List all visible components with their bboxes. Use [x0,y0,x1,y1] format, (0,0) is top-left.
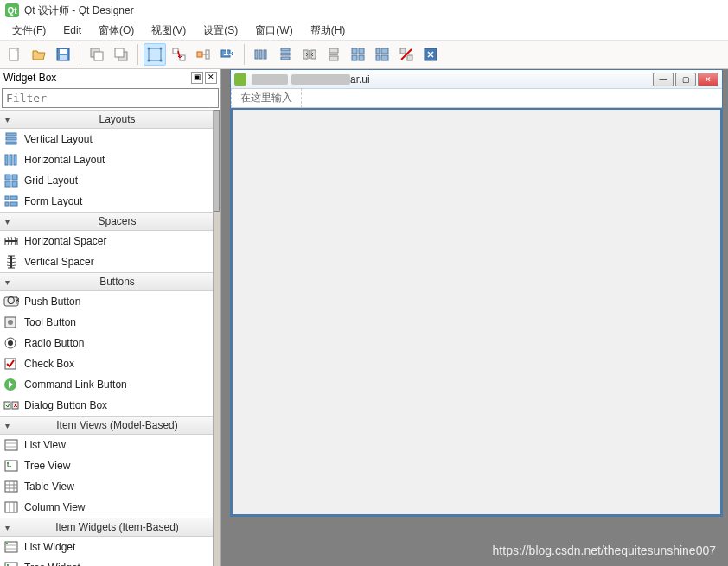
widget-item-grid-layout[interactable]: Grid Layout [0,170,220,191]
form-canvas[interactable] [231,108,722,516]
menu-placeholder[interactable]: 在这里输入 [231,88,302,108]
radiobutton-icon [3,335,19,351]
widget-item-table-view[interactable]: Table View [0,476,220,497]
svg-rect-25 [303,50,308,59]
new-file-button[interactable] [3,43,26,66]
category-item-views-model-based-[interactable]: ▾Item Views (Model-Based) [0,416,220,435]
menu-edit[interactable]: Edit [54,22,90,38]
widget-item-vertical-layout[interactable]: Vertical Layout [0,129,220,149]
svg-point-72 [10,466,11,467]
svg-rect-65 [4,402,10,409]
horizontal-layout-button[interactable] [250,43,272,66]
gridlayout-icon [3,173,19,188]
menu-view[interactable]: 视图(V) [143,22,195,40]
svg-rect-23 [281,53,290,55]
svg-rect-52 [12,181,17,187]
widget-item-form-layout[interactable]: Form Layout [0,191,220,212]
form-window[interactable]: ar.ui — ▢ ✕ 在这里输入 [230,69,723,517]
widget-item-list-view[interactable]: List View [0,435,220,455]
svg-rect-51 [5,181,10,187]
scrollbar-track[interactable] [213,110,220,566]
svg-rect-24 [281,57,290,60]
widget-item-vertical-spacer[interactable]: Vertical Spacer [0,251,220,272]
svg-rect-14 [180,55,185,60]
vertical-layout-button[interactable] [274,43,297,66]
widget-item-label: Tool Button [24,316,76,328]
menu-help[interactable]: 帮助(H) [302,22,354,40]
svg-rect-19 [255,50,258,59]
menu-file[interactable]: 文件(F) [3,22,54,40]
svg-rect-21 [264,50,266,59]
category-spacers[interactable]: ▾Spacers [0,212,220,231]
send-back-button[interactable] [86,43,108,66]
horizontal-splitter-button[interactable] [298,43,321,66]
svg-rect-22 [281,48,290,51]
svg-rect-32 [359,48,364,54]
widget-item-column-view[interactable]: Column View [0,497,220,518]
widget-item-horizontal-spacer[interactable]: Horizontal Spacer [0,231,220,251]
category-buttons[interactable]: ▾Buttons [0,272,220,291]
adjust-size-button[interactable] [419,43,442,66]
svg-rect-3 [60,55,67,60]
widget-item-radio-button[interactable]: Radio Button [0,333,220,353]
vlayout-icon [3,131,19,147]
svg-rect-38 [381,55,388,60]
commandlink-icon [3,377,19,392]
form-titlebar[interactable]: ar.ui — ▢ ✕ [231,70,722,89]
menu-window[interactable]: 窗口(W) [246,22,301,40]
svg-rect-45 [6,142,16,144]
minimize-button[interactable]: — [653,73,674,86]
svg-rect-15 [197,52,202,57]
widget-item-dialog-button-box[interactable]: Dialog Button Box [0,395,220,416]
edit-tab-order-button[interactable]: 123 [216,43,239,66]
svg-rect-26 [311,50,316,59]
widget-item-horizontal-layout[interactable]: Horizontal Layout [0,149,220,170]
widget-tree[interactable]: ▾LayoutsVertical LayoutHorizontal Layout… [0,110,220,566]
category-layouts[interactable]: ▾Layouts [0,110,220,129]
widget-item-label: Push Button [24,296,80,308]
vspacer-icon [3,254,19,270]
svg-rect-44 [6,137,16,140]
category-item-widgets-item-based-[interactable]: ▾Item Widgets (Item-Based) [0,518,220,537]
treewidget-icon [3,560,19,566]
open-file-button[interactable] [28,43,50,66]
widget-item-list-widget[interactable]: List Widget [0,537,220,557]
svg-point-12 [160,60,163,62]
widget-item-tool-button[interactable]: Tool Button [0,312,220,333]
dock-float-button[interactable]: ▣ [191,72,203,84]
maximize-button[interactable]: ▢ [675,73,696,86]
dock-close-button[interactable]: ✕ [205,72,217,84]
widget-item-label: Tree View [24,460,70,472]
save-file-button[interactable] [52,43,74,66]
form-menubar[interactable]: 在这里输入 [231,89,722,108]
svg-rect-36 [381,48,388,54]
widget-item-command-link-button[interactable]: Command Link Button [0,374,220,395]
break-layout-button[interactable] [395,43,418,66]
svg-rect-46 [5,155,8,165]
treeview-icon [3,458,19,474]
menu-form[interactable]: 窗体(O) [90,22,143,40]
svg-rect-43 [6,133,16,136]
widget-item-check-box[interactable]: Check Box [0,353,220,374]
grid-layout-button[interactable] [347,43,369,66]
close-button[interactable]: ✕ [698,73,718,86]
form-title: ar.ui [350,73,370,86]
menu-settings[interactable]: 设置(S) [195,22,246,40]
svg-rect-47 [10,155,12,165]
widget-item-tree-view[interactable]: Tree View [0,455,220,476]
filter-input[interactable] [3,89,218,107]
widget-item-label: Tree Widget [24,562,80,566]
svg-rect-50 [12,175,17,180]
edit-widgets-button[interactable] [144,43,166,66]
form-layout-button[interactable] [371,43,393,66]
edit-buddies-button[interactable] [192,43,214,66]
widget-item-push-button[interactable]: OKPush Button [0,291,220,312]
edit-signals-button[interactable] [168,43,190,66]
hlayout-icon [3,152,19,168]
scrollbar-thumb[interactable] [214,110,220,212]
svg-rect-70 [5,461,17,471]
svg-rect-37 [376,55,380,60]
widget-item-tree-widget[interactable]: Tree Widget [0,557,220,566]
bring-front-button[interactable] [110,43,132,66]
vertical-splitter-button[interactable] [322,43,345,66]
